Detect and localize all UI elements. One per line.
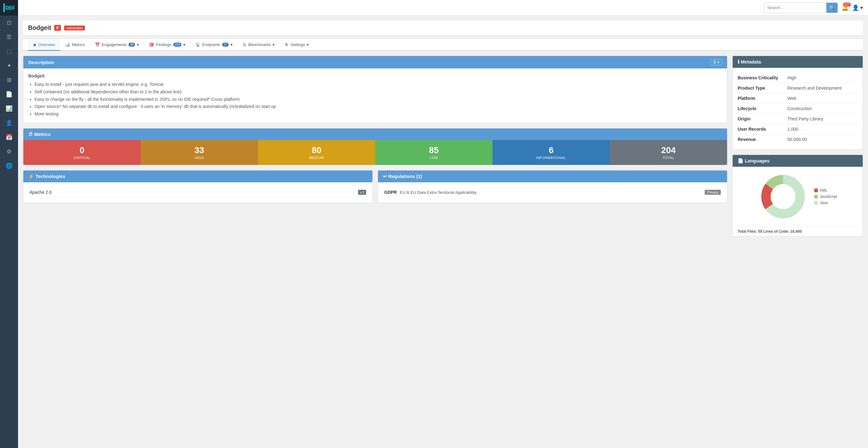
description-card-body: Bodgeit Easy to install - just requires … <box>23 68 727 123</box>
endpoints-badge: 27 <box>222 43 229 47</box>
metadata-row-3: Lifecycle Construction <box>738 104 858 114</box>
metadata-key-3: Lifecycle <box>738 106 787 111</box>
metadata-row-4: Origin Third Party Library <box>738 114 858 124</box>
vuln-badge: vulnerable <box>64 26 85 31</box>
metric-medium: 80 MEDIUM <box>258 140 375 165</box>
technologies-title: ⚡ Technologies <box>28 173 65 179</box>
notification-bell[interactable]: 🔔 227 <box>842 4 848 11</box>
page-content: Bodgeit F vulnerable ◉ Overview 📊 Metric… <box>18 15 868 448</box>
benchmarks-dropdown-icon: ▾ <box>273 42 275 47</box>
low-value: 85 <box>429 145 439 155</box>
metadata-card: ℹ Metadata Business Criticality High Pro… <box>732 56 863 150</box>
engagements-tab-icon: 📅 <box>95 42 100 47</box>
reg-item-text: GDPR EU & EU Data Extra-Territorial Appl… <box>384 190 476 195</box>
metadata-val-1: Research and Development <box>787 86 842 91</box>
languages-title: 📄 Languages <box>738 158 769 164</box>
desc-item-4: Open source* No separate db to install a… <box>34 103 722 110</box>
nav-tabs: ◉ Overview 📊 Metrics 📅 Engagements 38 ▾ … <box>23 39 863 51</box>
metadata-val-2: Web <box>787 96 797 101</box>
svg-point-5 <box>771 184 796 209</box>
desc-item-2: Self contained (no additional dependenci… <box>34 88 722 96</box>
tech-item-1: Apache 2.0 v.1 <box>28 187 367 197</box>
legend-xml: XML <box>814 188 837 193</box>
tab-settings[interactable]: ⚙ Settings ▾ <box>280 39 314 51</box>
benchmarks-tab-icon: ⚖ <box>243 42 246 47</box>
metadata-row-0: Business Criticality High <box>738 73 858 83</box>
findings-icon[interactable]: ✦ <box>0 59 18 73</box>
metrics-card: ⏱ Metrics 0 CRITICAL 33 HIGH 80 <box>23 128 727 165</box>
legend-dot-xml <box>814 189 818 192</box>
hierarchy-icon[interactable]: ⊞ <box>0 73 18 87</box>
description-title: Description <box>28 60 54 65</box>
metadata-body: Business Criticality High Product Type R… <box>733 68 863 149</box>
metadata-val-3: Construction <box>787 106 812 111</box>
legend-dot-javascript <box>814 195 818 198</box>
metadata-header: ℹ Metadata <box>733 56 863 68</box>
desc-item-5: More testing <box>34 110 722 118</box>
desc-item-1: Easy to install - just requires java and… <box>34 81 722 88</box>
reg-desc-1: EU & EU Data Extra-Territorial Applicabi… <box>400 190 476 195</box>
user-menu[interactable]: 👤 ▾ <box>852 4 863 11</box>
engagements-badge: 38 <box>128 43 135 47</box>
tab-benchmarks[interactable]: ⚖ Benchmarks ▾ <box>238 39 280 51</box>
settings-dropdown-icon: ▾ <box>307 42 309 47</box>
metadata-row-2: Platform Web <box>738 93 858 104</box>
tab-engagements[interactable]: 📅 Engagements 38 ▾ <box>90 39 144 51</box>
metrics-title: ⏱ Metrics <box>28 132 51 137</box>
description-card-header: Description ☰ ▾ <box>23 56 727 68</box>
notification-badge: 227 <box>843 2 851 6</box>
metadata-row-6: Revenue 50,000.00 <box>738 134 858 145</box>
findings-dropdown-icon: ▾ <box>183 42 185 47</box>
regulations-card: ↩ Regulations (1) GDPR EU & EU Data Extr… <box>378 170 727 203</box>
list-icon[interactable]: ☰ <box>0 30 18 44</box>
endpoints-tab-icon: 📡 <box>195 42 200 47</box>
globe-icon[interactable]: 🌐 <box>0 159 18 173</box>
description-menu-btn[interactable]: ☰ ▾ <box>710 59 722 65</box>
high-label: HIGH <box>195 156 204 160</box>
desc-product-name: Bodgeit <box>28 73 722 78</box>
document-icon[interactable]: 📄 <box>0 87 18 101</box>
reg-item-1: GDPR EU & EU Data Extra-Territorial Appl… <box>383 187 722 197</box>
user-icon[interactable]: 👤 <box>0 116 18 130</box>
tab-findings[interactable]: 🎯 Findings 204 ▾ <box>144 39 190 51</box>
settings-icon[interactable]: ⚙ <box>0 145 18 159</box>
app-logo[interactable]: DEFECT <box>0 0 18 15</box>
svg-rect-0 <box>3 3 5 12</box>
technologies-body: Apache 2.0 v.1 <box>23 182 372 202</box>
tab-overview[interactable]: ◉ Overview <box>28 39 60 51</box>
search-input[interactable] <box>764 5 826 10</box>
high-value: 33 <box>194 145 204 155</box>
sidebar: DEFECT ⊡ ☰ ⬚ ✦ ⊞ 📄 📊 👤 📅 ⚙ 🌐 <box>0 0 18 448</box>
content-left: Description ☰ ▾ Bodgeit Easy to install … <box>23 56 727 236</box>
metrics-grid: 0 CRITICAL 33 HIGH 80 MEDIUM 85 <box>23 140 727 165</box>
metadata-key-5: User Records <box>738 127 787 132</box>
metadata-key-1: Product Type <box>738 86 787 91</box>
total-value: 204 <box>661 145 676 155</box>
metric-total: 204 TOTAL <box>610 140 727 165</box>
user-menu-arrow: ▾ <box>860 4 863 11</box>
metadata-val-6: 50,000.00 <box>787 137 807 142</box>
engagements-dropdown-icon: ▾ <box>137 42 139 47</box>
metadata-title: ℹ Metadata <box>738 59 761 65</box>
main-area: 🔍 🔔 227 👤 ▾ Bodgeit F vulnerable ◉ Overv… <box>18 0 868 448</box>
metadata-key-4: Origin <box>738 116 787 121</box>
reg-badge-1: Privacy <box>705 190 721 195</box>
calendar-icon[interactable]: 📅 <box>0 130 18 145</box>
search-box[interactable]: 🔍 <box>764 2 838 13</box>
tab-metrics[interactable]: 📊 Metrics <box>60 39 90 51</box>
technologies-header: ⚡ Technologies <box>23 170 372 182</box>
legend-java: Java <box>814 201 837 205</box>
metric-critical: 0 CRITICAL <box>23 140 141 165</box>
inbox-icon[interactable]: ⬚ <box>0 44 18 59</box>
metadata-key-0: Business Criticality <box>738 75 787 80</box>
languages-header: 📄 Languages <box>733 155 863 167</box>
dashboard-icon[interactable]: ⊡ <box>0 15 18 30</box>
chart-icon[interactable]: 📊 <box>0 101 18 116</box>
regulations-header: ↩ Regulations (1) <box>378 170 727 182</box>
page-title: Bodgeit <box>28 24 51 31</box>
metric-low: 85 LOW <box>375 140 493 165</box>
tab-endpoints[interactable]: 📡 Endpoints 27 ▾ <box>190 39 238 51</box>
metrics-tab-icon: 📊 <box>65 42 70 47</box>
desc-item-3: Easy to change on the fly - all the func… <box>34 96 722 103</box>
search-button[interactable]: 🔍 <box>826 2 838 13</box>
